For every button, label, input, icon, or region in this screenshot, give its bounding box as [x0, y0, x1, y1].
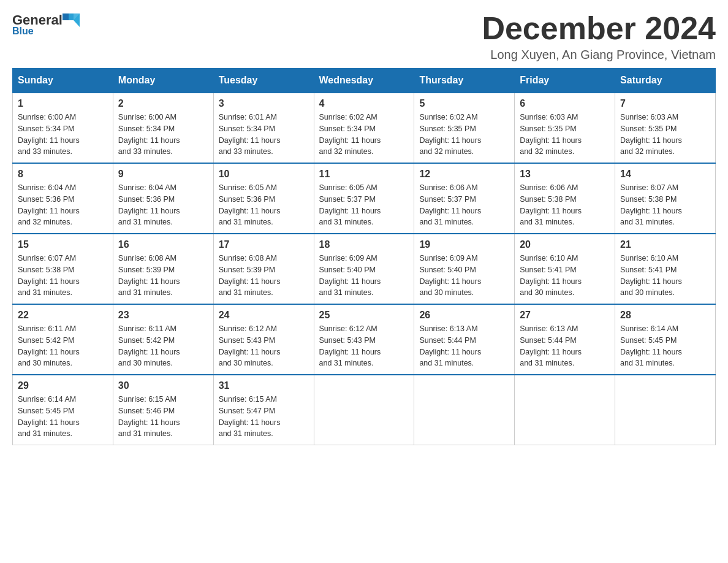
day-number: 23 [118, 310, 208, 321]
day-cell-19: 19 Sunrise: 6:09 AM Sunset: 5:40 PM Dayl… [414, 234, 515, 304]
day-info: Sunrise: 6:02 AM Sunset: 5:35 PM Dayligh… [419, 112, 509, 158]
day-info: Sunrise: 6:05 AM Sunset: 5:36 PM Dayligh… [219, 182, 309, 228]
day-cell-2: 2 Sunrise: 6:00 AM Sunset: 5:34 PM Dayli… [113, 93, 213, 163]
day-cell-15: 15 Sunrise: 6:07 AM Sunset: 5:38 PM Dayl… [13, 234, 113, 304]
day-number: 7 [620, 98, 710, 109]
day-number: 21 [620, 239, 710, 250]
day-number: 25 [319, 310, 409, 321]
week-row-4: 22 Sunrise: 6:11 AM Sunset: 5:42 PM Dayl… [13, 304, 716, 375]
weekday-header-wednesday: Wednesday [314, 69, 414, 93]
day-number: 6 [520, 98, 610, 109]
day-number: 1 [18, 98, 108, 109]
day-info: Sunrise: 6:07 AM Sunset: 5:38 PM Dayligh… [620, 182, 710, 228]
day-number: 15 [18, 239, 108, 250]
weekday-header-tuesday: Tuesday [213, 69, 314, 93]
week-row-3: 15 Sunrise: 6:07 AM Sunset: 5:38 PM Dayl… [13, 234, 716, 304]
day-number: 2 [118, 98, 208, 109]
day-info: Sunrise: 6:09 AM Sunset: 5:40 PM Dayligh… [419, 253, 509, 299]
day-number: 26 [419, 310, 509, 321]
day-info: Sunrise: 6:15 AM Sunset: 5:47 PM Dayligh… [219, 394, 309, 440]
day-info: Sunrise: 6:03 AM Sunset: 5:35 PM Dayligh… [620, 112, 710, 158]
day-info: Sunrise: 6:10 AM Sunset: 5:41 PM Dayligh… [620, 253, 710, 299]
day-cell-7: 7 Sunrise: 6:03 AM Sunset: 5:35 PM Dayli… [615, 93, 716, 163]
day-info: Sunrise: 6:11 AM Sunset: 5:42 PM Dayligh… [18, 323, 108, 369]
day-number: 31 [219, 380, 309, 391]
day-info: Sunrise: 6:03 AM Sunset: 5:35 PM Dayligh… [520, 112, 610, 158]
empty-cell [615, 375, 716, 445]
day-number: 10 [219, 169, 309, 180]
empty-cell [414, 375, 515, 445]
day-cell-9: 9 Sunrise: 6:04 AM Sunset: 5:36 PM Dayli… [113, 163, 213, 234]
day-number: 9 [118, 169, 208, 180]
day-info: Sunrise: 6:14 AM Sunset: 5:45 PM Dayligh… [620, 323, 710, 369]
day-info: Sunrise: 6:11 AM Sunset: 5:42 PM Dayligh… [118, 323, 208, 369]
day-info: Sunrise: 6:10 AM Sunset: 5:41 PM Dayligh… [520, 253, 610, 299]
week-row-2: 8 Sunrise: 6:04 AM Sunset: 5:36 PM Dayli… [13, 163, 716, 234]
day-info: Sunrise: 6:00 AM Sunset: 5:34 PM Dayligh… [18, 112, 108, 158]
weekday-header-sunday: Sunday [13, 69, 113, 93]
logo-blue-part [63, 13, 80, 27]
day-number: 18 [319, 239, 409, 250]
logo-icon [63, 13, 80, 27]
day-number: 22 [18, 310, 108, 321]
day-cell-10: 10 Sunrise: 6:05 AM Sunset: 5:36 PM Dayl… [213, 163, 314, 234]
weekday-header-monday: Monday [113, 69, 213, 93]
day-number: 4 [319, 98, 409, 109]
logo: General Blue [12, 12, 80, 37]
day-cell-23: 23 Sunrise: 6:11 AM Sunset: 5:42 PM Dayl… [113, 304, 213, 375]
day-cell-20: 20 Sunrise: 6:10 AM Sunset: 5:41 PM Dayl… [515, 234, 615, 304]
day-info: Sunrise: 6:13 AM Sunset: 5:44 PM Dayligh… [520, 323, 610, 369]
day-number: 17 [219, 239, 309, 250]
day-info: Sunrise: 6:02 AM Sunset: 5:34 PM Dayligh… [319, 112, 409, 158]
location-subtitle: Long Xuyen, An Giang Province, Vietnam [482, 48, 716, 62]
day-info: Sunrise: 6:08 AM Sunset: 5:39 PM Dayligh… [219, 253, 309, 299]
day-cell-18: 18 Sunrise: 6:09 AM Sunset: 5:40 PM Dayl… [314, 234, 414, 304]
day-cell-14: 14 Sunrise: 6:07 AM Sunset: 5:38 PM Dayl… [615, 163, 716, 234]
day-info: Sunrise: 6:05 AM Sunset: 5:37 PM Dayligh… [319, 182, 409, 228]
day-info: Sunrise: 6:06 AM Sunset: 5:37 PM Dayligh… [419, 182, 509, 228]
day-info: Sunrise: 6:08 AM Sunset: 5:39 PM Dayligh… [118, 253, 208, 299]
page-header: General Blue December 2024 Long Xuyen, A… [12, 12, 716, 62]
day-number: 12 [419, 169, 509, 180]
weekday-header-row: SundayMondayTuesdayWednesdayThursdayFrid… [13, 69, 716, 93]
day-cell-27: 27 Sunrise: 6:13 AM Sunset: 5:44 PM Dayl… [515, 304, 615, 375]
day-cell-4: 4 Sunrise: 6:02 AM Sunset: 5:34 PM Dayli… [314, 93, 414, 163]
day-number: 30 [118, 380, 208, 391]
logo-subtitle: Blue [12, 26, 34, 37]
day-cell-5: 5 Sunrise: 6:02 AM Sunset: 5:35 PM Dayli… [414, 93, 515, 163]
day-number: 11 [319, 169, 409, 180]
day-cell-25: 25 Sunrise: 6:12 AM Sunset: 5:43 PM Dayl… [314, 304, 414, 375]
day-info: Sunrise: 6:06 AM Sunset: 5:38 PM Dayligh… [520, 182, 610, 228]
week-row-5: 29 Sunrise: 6:14 AM Sunset: 5:45 PM Dayl… [13, 375, 716, 445]
day-info: Sunrise: 6:09 AM Sunset: 5:40 PM Dayligh… [319, 253, 409, 299]
day-info: Sunrise: 6:12 AM Sunset: 5:43 PM Dayligh… [219, 323, 309, 369]
day-info: Sunrise: 6:07 AM Sunset: 5:38 PM Dayligh… [18, 253, 108, 299]
month-year-title: December 2024 [482, 12, 716, 44]
day-cell-16: 16 Sunrise: 6:08 AM Sunset: 5:39 PM Dayl… [113, 234, 213, 304]
day-cell-13: 13 Sunrise: 6:06 AM Sunset: 5:38 PM Dayl… [515, 163, 615, 234]
day-cell-1: 1 Sunrise: 6:00 AM Sunset: 5:34 PM Dayli… [13, 93, 113, 163]
day-cell-29: 29 Sunrise: 6:14 AM Sunset: 5:45 PM Dayl… [13, 375, 113, 445]
day-cell-24: 24 Sunrise: 6:12 AM Sunset: 5:43 PM Dayl… [213, 304, 314, 375]
day-number: 19 [419, 239, 509, 250]
title-section: December 2024 Long Xuyen, An Giang Provi… [482, 12, 716, 62]
empty-cell [515, 375, 615, 445]
day-cell-12: 12 Sunrise: 6:06 AM Sunset: 5:37 PM Dayl… [414, 163, 515, 234]
day-cell-6: 6 Sunrise: 6:03 AM Sunset: 5:35 PM Dayli… [515, 93, 615, 163]
weekday-header-friday: Friday [515, 69, 615, 93]
day-info: Sunrise: 6:14 AM Sunset: 5:45 PM Dayligh… [18, 394, 108, 440]
day-info: Sunrise: 6:13 AM Sunset: 5:44 PM Dayligh… [419, 323, 509, 369]
day-number: 27 [520, 310, 610, 321]
day-cell-31: 31 Sunrise: 6:15 AM Sunset: 5:47 PM Dayl… [213, 375, 314, 445]
day-number: 16 [118, 239, 208, 250]
day-cell-8: 8 Sunrise: 6:04 AM Sunset: 5:36 PM Dayli… [13, 163, 113, 234]
day-info: Sunrise: 6:04 AM Sunset: 5:36 PM Dayligh… [118, 182, 208, 228]
day-number: 20 [520, 239, 610, 250]
day-number: 14 [620, 169, 710, 180]
empty-cell [314, 375, 414, 445]
day-number: 8 [18, 169, 108, 180]
day-number: 28 [620, 310, 710, 321]
day-number: 3 [219, 98, 309, 109]
day-info: Sunrise: 6:12 AM Sunset: 5:43 PM Dayligh… [319, 323, 409, 369]
day-number: 13 [520, 169, 610, 180]
